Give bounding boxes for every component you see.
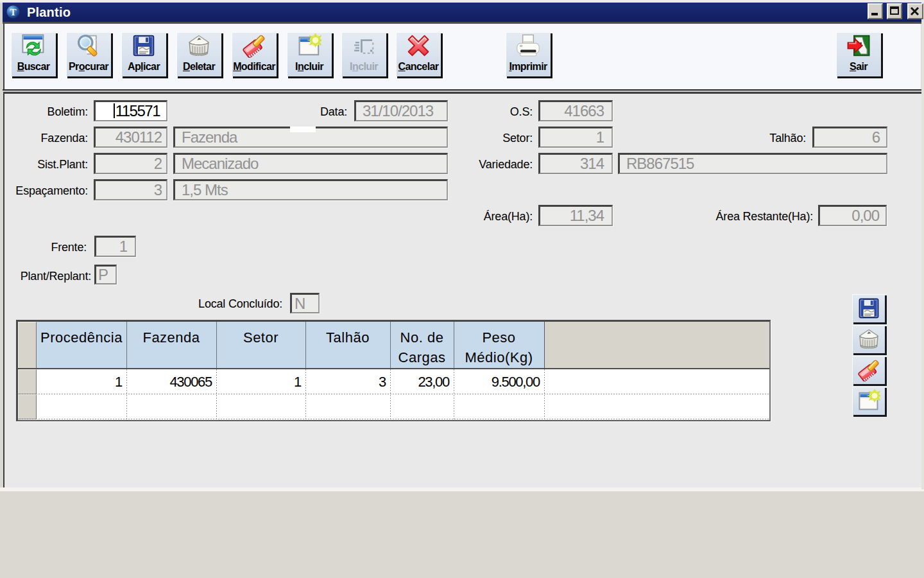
svg-text:T: T	[10, 7, 16, 17]
